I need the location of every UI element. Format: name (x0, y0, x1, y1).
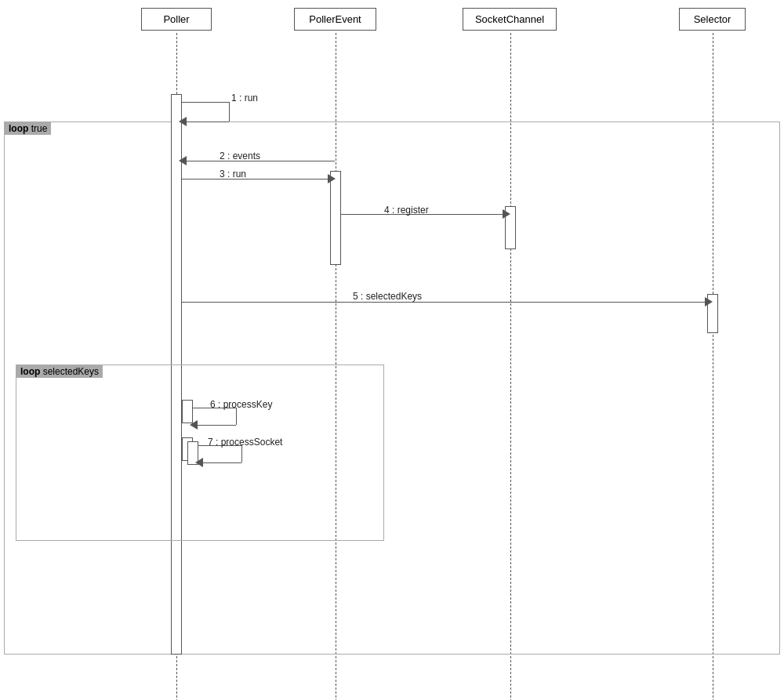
lifeline-poller: Poller (141, 8, 212, 31)
msg1-line-right (182, 102, 229, 103)
msg7-line-down (241, 445, 242, 462)
msg7-label: 7 : processSocket (208, 437, 282, 448)
loop-label-selectedkeys: loop selectedKeys (16, 365, 103, 378)
msg1-line-back (182, 122, 229, 122)
msg1-arrowhead (179, 117, 187, 126)
msg7-arrowhead (195, 458, 203, 467)
msg3-arrowhead (328, 174, 336, 183)
msg6-line-down (236, 408, 237, 425)
msg6-arrowhead (190, 420, 198, 430)
lifeline-selector: Selector (679, 8, 746, 31)
lifeline-socketchannel: SocketChannel (463, 8, 557, 31)
msg4-arrowhead (503, 209, 510, 219)
msg6-line-back (193, 425, 236, 426)
loop-frame-selectedkeys: loop selectedKeys (16, 365, 384, 541)
msg3-line (182, 179, 330, 180)
lifeline-pollerevent: PollerEvent (294, 8, 376, 31)
msg5-arrowhead (705, 297, 713, 306)
msg1-line-down (229, 102, 230, 122)
msg6-label: 6 : processKey (210, 399, 272, 410)
msg5-label: 5 : selectedKeys (353, 291, 422, 302)
msg5-line (182, 302, 707, 303)
msg4-label: 4 : register (384, 205, 429, 216)
loop-label-true: loop true (5, 122, 51, 135)
msg7-line-back (198, 462, 241, 463)
msg2-arrowhead (179, 156, 187, 165)
msg2-label: 2 : events (220, 151, 260, 161)
msg1-label: 1 : run (231, 92, 258, 103)
activation-pollerevent (330, 171, 341, 265)
msg3-label: 3 : run (220, 169, 246, 180)
sequence-diagram: Poller PollerEvent SocketChannel Selecto… (0, 0, 784, 700)
